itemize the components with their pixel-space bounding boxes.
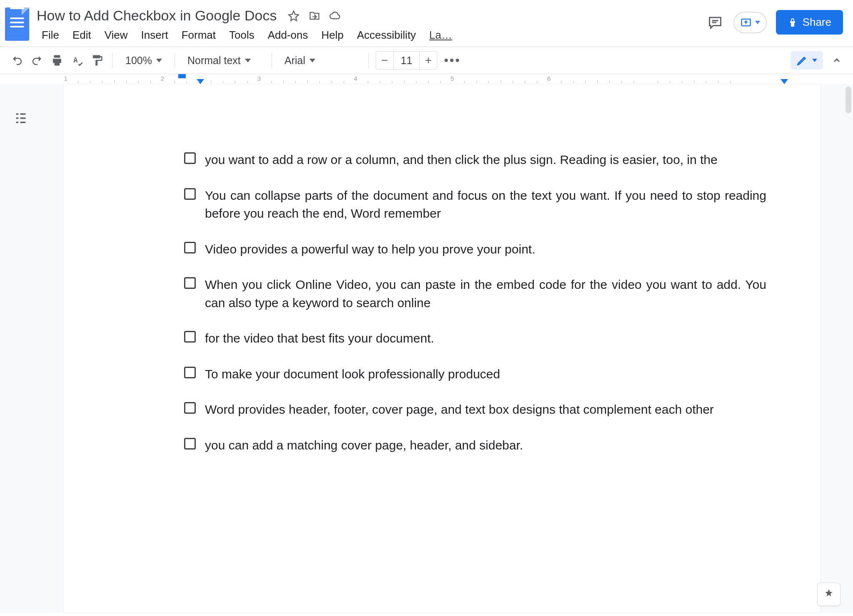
checkbox-icon[interactable] (184, 188, 196, 200)
ruler-number: 1 (64, 75, 67, 82)
star-icon[interactable] (287, 10, 300, 22)
menu-file[interactable]: File (36, 27, 65, 43)
ruler-number: 5 (451, 75, 454, 82)
share-button[interactable]: Share (776, 10, 843, 35)
checklist-item[interactable]: You can collapse parts of the document a… (184, 186, 766, 223)
menu-format[interactable]: Format (176, 27, 222, 43)
font-size-group: − 11 + (376, 51, 437, 70)
comments-icon[interactable] (706, 13, 724, 32)
caret-down-icon (309, 59, 315, 62)
checkbox-icon[interactable] (184, 242, 196, 253)
app-header: How to Add Checkbox in Google Docs File … (0, 0, 853, 43)
paragraph-style-select[interactable]: Normal text (182, 52, 265, 69)
explore-button[interactable] (817, 583, 841, 606)
checklist-item[interactable]: Word provides header, footer, cover page… (184, 400, 766, 419)
caret-down-icon (755, 21, 760, 24)
paint-format-button[interactable] (88, 52, 106, 69)
checklist-item[interactable]: To make your document look professionall… (184, 365, 766, 383)
vertical-scrollbar[interactable] (846, 87, 851, 113)
redo-button[interactable] (28, 52, 46, 69)
menu-tools[interactable]: Tools (223, 27, 260, 43)
menu-insert[interactable]: Insert (135, 27, 174, 43)
menu-bar: File Edit View Insert Format Tools Add-o… (34, 27, 701, 43)
font-size-increase[interactable]: + (419, 52, 437, 69)
move-icon[interactable] (308, 10, 321, 22)
ruler-number: 6 (547, 75, 551, 82)
document-outline-button[interactable] (12, 109, 30, 127)
checkbox-icon[interactable] (184, 367, 196, 378)
font-size-decrease[interactable]: − (376, 52, 394, 69)
checklist-item[interactable]: you want to add a row or a column, and t… (184, 151, 766, 169)
document-canvas: you want to add a row or a column, and t… (0, 84, 853, 613)
caret-down-icon (812, 59, 817, 62)
menu-edit[interactable]: Edit (67, 27, 97, 43)
ruler-number: 4 (354, 75, 357, 82)
zoom-value: 100% (125, 55, 152, 67)
indent-marker[interactable] (178, 74, 186, 78)
more-tools-button[interactable]: ••• (440, 53, 465, 67)
checklist-item[interactable]: you can add a matching cover page, heade… (184, 436, 766, 455)
style-value: Normal text (187, 55, 241, 67)
checklist-item[interactable]: Video provides a powerful way to help yo… (184, 240, 766, 258)
left-indent-marker[interactable] (197, 79, 204, 84)
checklist: you want to add a row or a column, and t… (184, 151, 766, 454)
ruler-number: 2 (161, 75, 164, 82)
menu-view[interactable]: View (99, 27, 134, 43)
cloud-status-icon[interactable] (329, 10, 342, 22)
font-select[interactable]: Arial (279, 52, 362, 69)
undo-button[interactable] (8, 52, 26, 69)
document-title[interactable]: How to Add Checkbox in Google Docs (34, 7, 279, 25)
menu-accessibility[interactable]: Accessibility (351, 27, 422, 43)
docs-logo-icon[interactable] (5, 7, 29, 41)
checkbox-icon[interactable] (184, 438, 196, 450)
checkbox-icon[interactable] (184, 152, 196, 164)
font-value: Arial (284, 55, 305, 67)
editing-mode-button[interactable] (791, 51, 823, 70)
menu-last-edit[interactable]: La… (424, 27, 458, 43)
checkbox-icon[interactable] (184, 331, 196, 343)
menu-help[interactable]: Help (316, 27, 349, 43)
hide-menus-button[interactable] (829, 52, 845, 68)
document-page[interactable]: you want to add a row or a column, and t… (63, 84, 821, 613)
horizontal-ruler[interactable]: 123456 (63, 74, 853, 84)
caret-down-icon (245, 59, 251, 62)
present-button[interactable] (733, 12, 767, 33)
spellcheck-button[interactable] (68, 52, 86, 69)
ruler-number: 3 (257, 75, 261, 82)
zoom-select[interactable]: 100% (120, 52, 168, 69)
checklist-item[interactable]: for the video that best fits your docume… (184, 329, 766, 348)
checkbox-icon[interactable] (184, 277, 196, 289)
checklist-item[interactable]: When you click Online Video, you can pas… (184, 276, 766, 312)
toolbar: 100% Normal text Arial − 11 + ••• (0, 47, 853, 74)
caret-down-icon (156, 59, 162, 62)
print-button[interactable] (48, 52, 66, 69)
checkbox-icon[interactable] (184, 402, 196, 414)
share-label: Share (803, 16, 831, 29)
right-indent-marker[interactable] (781, 79, 788, 84)
font-size-value[interactable]: 11 (394, 55, 419, 67)
menu-addons[interactable]: Add-ons (262, 27, 314, 43)
